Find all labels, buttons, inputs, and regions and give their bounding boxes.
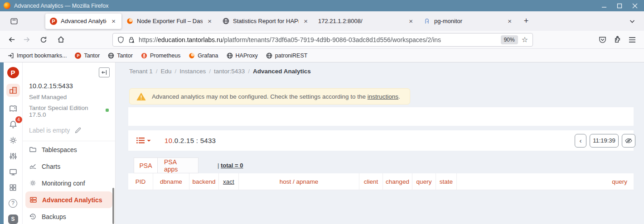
time-back-button[interactable]: ‹: [575, 134, 586, 148]
extensions-icon[interactable]: [614, 36, 621, 43]
menu-label: Backups: [42, 213, 66, 220]
bookmark-prometheus[interactable]: Prometheus: [138, 51, 184, 60]
bookmark-star-icon[interactable]: ☆: [522, 35, 528, 44]
bookmark-label: Prometheus: [150, 52, 180, 59]
tantor-logo[interactable]: P: [7, 67, 19, 78]
column-header-state[interactable]: state: [436, 173, 457, 190]
bookmark-haproxy[interactable]: HAProxy: [223, 51, 261, 60]
tab-psa-apps[interactable]: PSA apps: [157, 157, 199, 173]
bookmark-tantor-1[interactable]: P Tantor: [72, 51, 103, 60]
sidebar-item-instances[interactable]: [6, 84, 20, 97]
sidebar-item-monitoring-conf[interactable]: Monitoring conf: [23, 175, 115, 191]
notification-badge: 4: [15, 116, 22, 123]
sidebar-item-advanced-analytics[interactable]: Advanced Analytics: [25, 191, 112, 208]
browser-tab-node-exporter[interactable]: Node Exporter Full – Dash ×: [121, 14, 218, 29]
chart-line-icon: [29, 162, 37, 170]
bookmark-tantor-2[interactable]: Tantor: [105, 51, 136, 60]
list-all-tabs-icon[interactable]: [626, 15, 639, 28]
breadcrumb-item[interactable]: Instances: [179, 68, 206, 75]
sidebar-scrollbar[interactable]: [112, 188, 114, 224]
bookmarks-bar: Import bookmarks... P Tantor Tantor Prom…: [0, 49, 644, 62]
close-window-button[interactable]: [632, 3, 638, 9]
globe-icon: [108, 52, 114, 59]
tab-label: Node Exporter Full – Dash: [137, 18, 203, 24]
breadcrumb-item[interactable]: Edu: [161, 68, 172, 75]
bookmark-patronirest[interactable]: patroniREST: [263, 51, 311, 60]
zoom-level-badge[interactable]: 90%: [501, 35, 518, 44]
list-dropdown-icon[interactable]: [136, 137, 151, 144]
bookmark-label: Tantor: [84, 52, 100, 59]
prometheus-icon: [141, 52, 147, 59]
globe-favicon: [222, 18, 229, 25]
pocket-icon[interactable]: [599, 36, 606, 43]
monitor-icon[interactable]: [6, 165, 20, 178]
close-tab-icon[interactable]: ×: [110, 17, 117, 25]
sidebar-item-tablespaces[interactable]: Tablespaces: [23, 141, 115, 158]
browser-tab-172-21-1-2[interactable]: 172.21.1.2:8008/ ×: [314, 14, 419, 29]
help-icon[interactable]: ?: [6, 197, 20, 210]
close-tab-icon[interactable]: ×: [206, 17, 213, 25]
settings-gear-icon[interactable]: [6, 134, 20, 147]
sliders-icon[interactable]: [6, 149, 20, 162]
browser-tab-advanced-analytics[interactable]: P Advanced Analytics ×: [45, 14, 121, 29]
instance-label-placeholder: Label is empty: [29, 127, 70, 134]
breadcrumb-item[interactable]: tantor:5433: [214, 68, 245, 75]
warning-triangle-icon: [136, 92, 146, 101]
minimize-button[interactable]: [601, 3, 607, 9]
menu-label: Advanced Analytics: [42, 196, 102, 204]
firefox-view-icon[interactable]: [7, 14, 21, 28]
bookmark-label: Grafana: [198, 52, 218, 59]
bookmark-label: Import bookmarks...: [17, 52, 67, 59]
browser-tab-pg-monitor[interactable]: pg-monitor ×: [419, 14, 518, 29]
apps-grid-icon[interactable]: [6, 181, 20, 194]
address-bar[interactable]: https://education.tantorlabs.ru/platform…: [112, 33, 533, 47]
user-avatar[interactable]: S: [8, 214, 18, 224]
new-tab-button[interactable]: +: [519, 14, 533, 28]
instance-management: Self Managed: [29, 94, 109, 100]
bookmark-import[interactable]: Import bookmarks...: [5, 51, 70, 60]
shield-icon[interactable]: [117, 36, 124, 43]
grafana-favicon: [126, 18, 133, 25]
close-tab-icon[interactable]: ×: [302, 17, 309, 25]
close-tab-icon[interactable]: ×: [407, 17, 414, 25]
reload-icon[interactable]: [36, 33, 51, 47]
time-display[interactable]: 11:19:39: [590, 134, 619, 148]
psa-tabs: PSA PSA apps | total = 0: [128, 157, 243, 173]
tab-psa[interactable]: PSA: [134, 157, 158, 173]
home-icon[interactable]: [53, 33, 68, 47]
instance-edition: Tantor Special Edition 17.5.0: [29, 105, 103, 118]
edit-label-icon[interactable]: [74, 127, 82, 134]
menu-hamburger-icon[interactable]: [629, 37, 636, 43]
breadcrumb-item[interactable]: Tenant 1: [129, 68, 153, 75]
column-header-pid[interactable]: PID: [128, 173, 153, 190]
column-header-dbname[interactable]: dbname: [153, 173, 189, 190]
column-header-client[interactable]: client: [359, 173, 383, 190]
eye-button[interactable]: [622, 134, 635, 148]
forward-icon[interactable]: [19, 33, 34, 47]
total-count: | total = 0: [218, 162, 243, 169]
browser-tab-statistics-report[interactable]: Statistics Report for HAPro ×: [218, 14, 314, 29]
sidebar-item-backups[interactable]: Backups: [23, 208, 115, 224]
sidebar-item-docs[interactable]: [6, 102, 20, 115]
close-tab-icon[interactable]: ×: [506, 17, 513, 25]
column-header-backend[interactable]: backend: [189, 173, 219, 190]
maximize-button[interactable]: [617, 3, 622, 9]
menu-label: Monitoring conf: [42, 180, 85, 187]
collapse-sidebar-icon[interactable]: [99, 67, 110, 77]
column-header-xact[interactable]: xact: [219, 173, 239, 190]
notifications-bell-icon[interactable]: 4: [6, 118, 20, 131]
instructions-link[interactable]: instructions: [368, 93, 398, 100]
column-header-query[interactable]: query: [412, 173, 436, 190]
back-icon[interactable]: [5, 33, 19, 47]
lock-icon[interactable]: [128, 36, 135, 43]
empty-panel: [128, 107, 634, 126]
import-icon: [8, 52, 14, 59]
total-link[interactable]: total = 0: [221, 162, 243, 169]
bookmark-grafana[interactable]: Grafana: [185, 51, 221, 60]
column-header-changed[interactable]: changed: [383, 173, 412, 190]
sidebar-item-charts[interactable]: Charts: [23, 158, 115, 175]
column-header-host-apname[interactable]: host / apname: [239, 173, 359, 190]
column-header-query-wide[interactable]: query: [457, 173, 634, 190]
globe-icon: [227, 52, 233, 59]
menu-label: Charts: [42, 163, 60, 170]
